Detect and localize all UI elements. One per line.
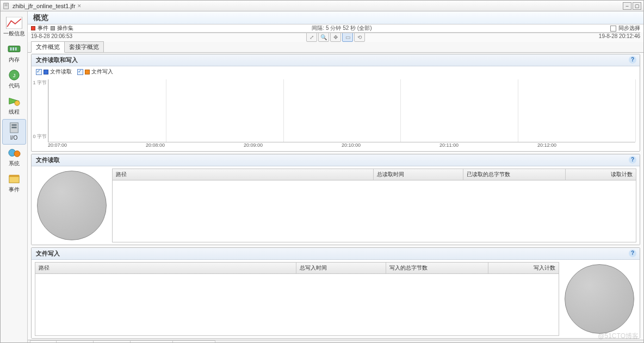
sidebar: 一般信息 内存 J 代码 线程 I/O 系统	[1, 11, 28, 342]
minimize-button[interactable]: –	[623, 2, 631, 10]
panel-file-rw: 文件读取和写入? 文件读取 文件写入 1 字节 0 字节 20:07:00	[31, 54, 640, 152]
chart-icon	[6, 17, 22, 29]
zoom-in-button[interactable]: 🔍	[318, 32, 329, 42]
bottom-tab-file-write[interactable]: 文件写入	[93, 340, 131, 342]
page-title: 概览	[28, 11, 643, 24]
tab-close-icon[interactable]: ✕	[77, 3, 82, 9]
rw-chart[interactable]: 1 字节 0 字节	[32, 77, 640, 142]
panel-file-read: 文件读取? 路径 总读取时间 已读取的总字节数 读取计数	[31, 154, 640, 245]
title-bar: zhibi_jfr_online_test1.jfr ✕ – ▢	[1, 1, 643, 11]
file-icon	[3, 2, 10, 10]
threads-icon	[6, 95, 22, 107]
bottom-tab-overview[interactable]: 概览	[30, 340, 57, 342]
pan-button[interactable]: ✥	[330, 32, 341, 42]
panel-title: 文件读取	[36, 157, 60, 163]
legend-read-checkbox[interactable]	[36, 69, 42, 75]
legend-write-checkbox[interactable]	[77, 69, 83, 75]
events-square-icon	[31, 26, 35, 30]
io-icon	[6, 122, 22, 134]
svg-rect-2	[5, 5, 8, 6]
timeline-toolbar: ⤢ 🔍 ✥ ▭ ⟲	[306, 32, 365, 42]
event-bar: 事件 操作集 间隔: 5 分钟 52 秒 (全部) 同步选择	[28, 24, 643, 32]
code-icon: J	[6, 69, 22, 81]
svg-rect-14	[11, 127, 16, 128]
interval-text: 间隔: 5 分钟 52 秒 (全部)	[76, 24, 608, 32]
bottom-tabs: 概览 文件读取 文件写入 套接字读取 套接字写入	[28, 340, 643, 342]
write-table[interactable]: 路径 总写入时间 写入的总字节数 写入计数	[35, 262, 559, 336]
panel-file-write: 文件写入? 路径 总写入时间 写入的总字节数 写入计数	[31, 247, 640, 339]
svg-rect-5	[10, 47, 11, 51]
zoom-out-button[interactable]: ⤢	[306, 32, 317, 42]
panel-title: 文件读取和写入	[36, 57, 78, 63]
svg-rect-17	[9, 176, 18, 183]
sidebar-item-system[interactable]: 系统	[2, 145, 26, 171]
events-icon	[6, 173, 22, 185]
sidebar-item-events[interactable]: 事件	[2, 171, 26, 197]
timeline[interactable]	[31, 32, 640, 33]
window-title: zhibi_jfr_online_test1.jfr	[13, 3, 76, 9]
svg-rect-6	[13, 47, 14, 51]
help-icon[interactable]: ?	[629, 250, 636, 257]
opset-square-icon	[51, 26, 55, 30]
tab-socket-overview[interactable]: 套接字概览	[64, 41, 104, 52]
read-pie-placeholder	[37, 171, 107, 240]
sidebar-item-memory[interactable]: 内存	[2, 41, 26, 67]
bottom-tab-file-read[interactable]: 文件读取	[56, 340, 94, 342]
panel-title: 文件写入	[36, 250, 60, 257]
timeline-start: 19-8-28 20:06:53	[31, 33, 72, 39]
sync-select-checkbox[interactable]	[610, 26, 616, 32]
help-icon[interactable]: ?	[629, 156, 636, 164]
bottom-tab-socket-write[interactable]: 套接字写入	[172, 340, 215, 342]
svg-rect-1	[5, 4, 8, 4]
help-icon[interactable]: ?	[629, 56, 636, 64]
opset-label: 操作集	[57, 24, 73, 32]
maximize-button[interactable]: ▢	[633, 2, 641, 10]
svg-rect-18	[9, 175, 18, 177]
timeline-end: 19-8-28 20:12:46	[599, 33, 640, 39]
write-pie-placeholder	[565, 264, 634, 334]
sidebar-item-io[interactable]: I/O	[2, 119, 26, 145]
subtabs: 文件概览 套接字概览	[28, 42, 643, 53]
sync-select-label: 同步选择	[618, 24, 640, 32]
orange-square-icon	[85, 70, 90, 74]
blue-square-icon	[44, 70, 48, 74]
svg-rect-7	[15, 47, 16, 51]
svg-point-16	[14, 151, 20, 157]
select-button[interactable]: ▭	[342, 32, 353, 42]
svg-rect-13	[11, 124, 16, 126]
sidebar-item-threads[interactable]: 线程	[2, 93, 26, 119]
svg-point-11	[14, 101, 19, 105]
sidebar-item-code[interactable]: J 代码	[2, 67, 26, 93]
read-table[interactable]: 路径 总读取时间 已读取的总字节数 读取计数	[112, 169, 636, 242]
system-icon	[6, 147, 22, 159]
svg-text:J: J	[13, 73, 15, 78]
ram-icon	[6, 43, 22, 55]
sidebar-item-general[interactable]: 一般信息	[2, 15, 26, 41]
events-label: 事件	[38, 24, 48, 32]
bottom-tab-socket-read[interactable]: 套接字读取	[130, 340, 173, 342]
tab-file-overview[interactable]: 文件概览	[31, 41, 65, 53]
reset-button[interactable]: ⟲	[354, 32, 365, 42]
